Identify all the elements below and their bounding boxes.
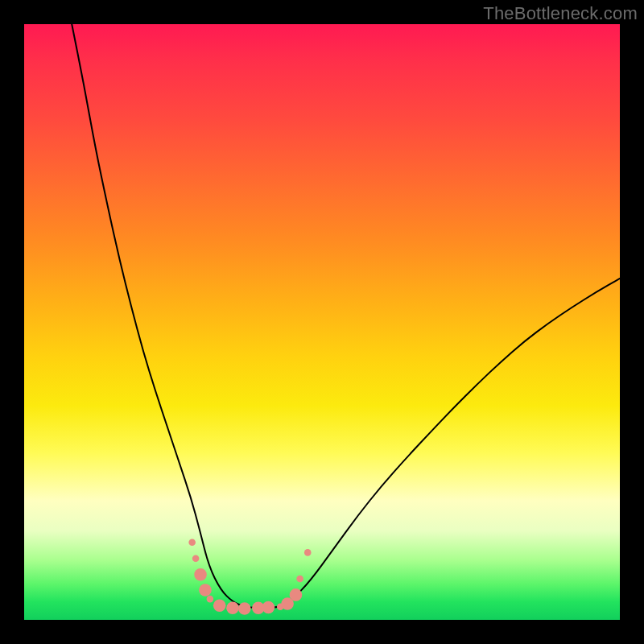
watermark-text: TheBottleneck.com <box>483 3 638 24</box>
marker-dot <box>238 602 251 615</box>
marker-dot <box>199 584 212 597</box>
marker-dot <box>207 596 214 603</box>
marker-dot <box>296 576 303 583</box>
marker-dot <box>226 601 239 614</box>
marker-dot <box>290 588 303 601</box>
marker-dot <box>262 601 275 614</box>
marker-dot <box>194 568 207 581</box>
bottleneck-curve <box>72 24 620 608</box>
outer-frame: TheBottleneck.com <box>0 0 644 644</box>
marker-dot <box>192 555 200 562</box>
marker-dot <box>213 599 226 612</box>
curve-path <box>72 24 620 608</box>
highlighted-points <box>188 539 311 615</box>
marker-dot <box>304 549 312 556</box>
chart-svg <box>24 24 620 620</box>
marker-dot <box>188 539 196 547</box>
